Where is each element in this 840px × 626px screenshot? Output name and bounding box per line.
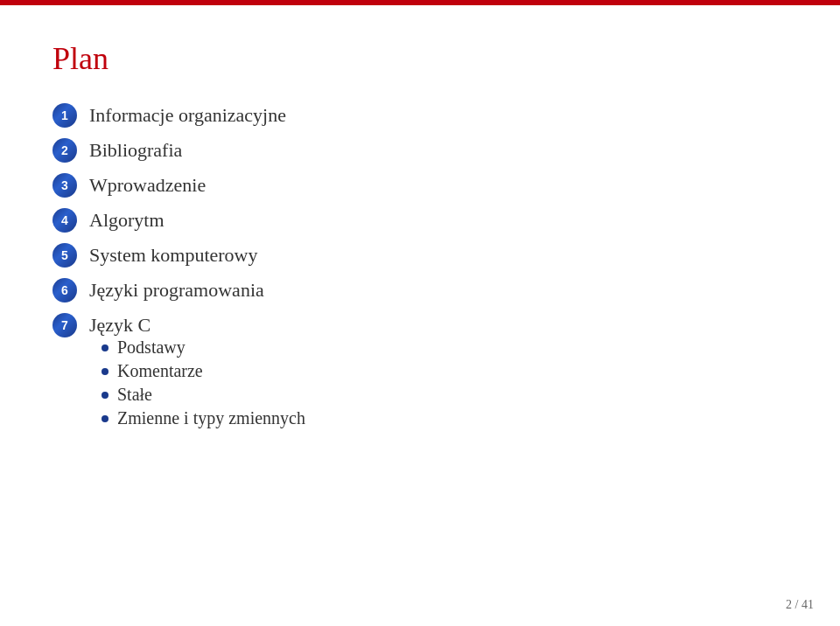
- items-list: 1Informacje organizacyjne2Bibliografia3W…: [52, 103, 788, 591]
- bullet-icon: [102, 344, 108, 351]
- slide-content: Plan 1Informacje organizacyjne2Bibliogra…: [0, 5, 840, 626]
- item-badge: 6: [52, 278, 77, 303]
- item-label: Informacje organizacyjne: [89, 104, 286, 127]
- item-label: Algorytm: [89, 209, 164, 232]
- item-label: System komputerowy: [89, 244, 258, 267]
- item-row: 5System komputerowy: [52, 243, 788, 268]
- bullet-icon: [102, 415, 108, 422]
- bullet-icon: [102, 368, 108, 375]
- list-item: 4Algorytm: [52, 208, 788, 233]
- item-row: 7Język C: [52, 313, 788, 337]
- list-item: 7Język CPodstawyKomentarzeStałeZmienne i…: [52, 313, 788, 428]
- item-label: Bibliografia: [89, 139, 182, 162]
- sub-item-label: Podstawy: [117, 337, 186, 358]
- slide: Plan 1Informacje organizacyjne2Bibliogra…: [0, 0, 840, 626]
- sub-items: PodstawyKomentarzeStałeZmienne i typy zm…: [102, 337, 788, 428]
- sub-item-label: Komentarze: [117, 361, 203, 381]
- slide-footer: 2 / 41: [786, 598, 814, 612]
- list-item: 6Języki programowania: [52, 278, 788, 303]
- slide-title: Plan: [52, 40, 788, 77]
- item-label: Język C: [89, 314, 150, 337]
- list-item: 5System komputerowy: [52, 243, 788, 268]
- sub-item-row: Komentarze: [102, 361, 788, 381]
- item-row: 3Wprowadzenie: [52, 173, 788, 198]
- item-row: 2Bibliografia: [52, 138, 788, 163]
- list-item: 1Informacje organizacyjne: [52, 103, 788, 128]
- item-badge: 7: [52, 313, 77, 337]
- sub-item-label: Stałe: [117, 385, 152, 405]
- item-badge: 2: [52, 138, 77, 163]
- list-item: 2Bibliografia: [52, 138, 788, 163]
- item-row: 1Informacje organizacyjne: [52, 103, 788, 128]
- sub-item-row: Stałe: [102, 385, 788, 405]
- bullet-icon: [102, 392, 108, 399]
- sub-item-row: Zmienne i typy zmiennych: [102, 408, 788, 428]
- item-badge: 3: [52, 173, 77, 198]
- item-row: 4Algorytm: [52, 208, 788, 233]
- item-badge: 4: [52, 208, 77, 233]
- item-badge: 5: [52, 243, 77, 268]
- item-badge: 1: [52, 103, 77, 128]
- sub-item-row: Podstawy: [102, 337, 788, 358]
- item-label: Wprowadzenie: [89, 174, 206, 197]
- sub-item-label: Zmienne i typy zmiennych: [117, 408, 305, 428]
- list-item: 3Wprowadzenie: [52, 173, 788, 198]
- item-label: Języki programowania: [89, 279, 264, 302]
- item-row: 6Języki programowania: [52, 278, 788, 303]
